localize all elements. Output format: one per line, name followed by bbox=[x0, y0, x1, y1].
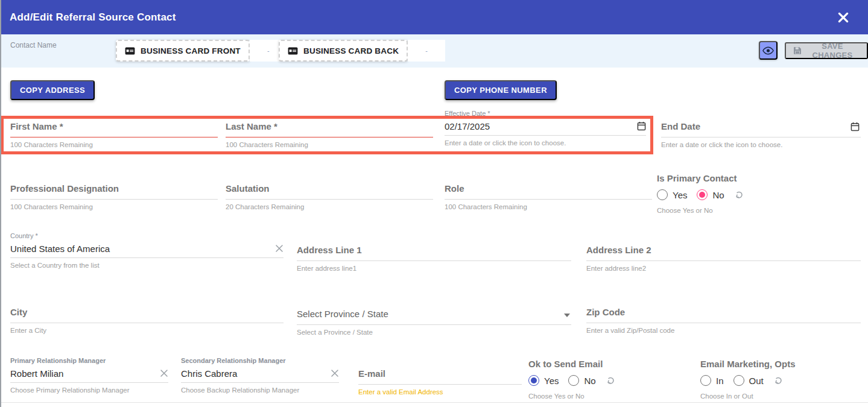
city-input[interactable] bbox=[10, 318, 284, 323]
is-primary-contact-options: Yes No bbox=[657, 188, 744, 201]
business-card-back-group: BUSINESS CARD BACK - bbox=[279, 40, 445, 62]
professional-designation-label: Professional Designation bbox=[10, 183, 218, 194]
clear-icon[interactable] bbox=[331, 369, 339, 377]
clear-icon[interactable] bbox=[160, 369, 168, 377]
save-icon bbox=[793, 46, 802, 55]
professional-designation-input[interactable] bbox=[10, 194, 218, 200]
role-helper: 100 Characters Remaining bbox=[445, 203, 652, 211]
secondary-rm-label: Secondary Relationship Manager bbox=[181, 357, 339, 365]
email-input[interactable] bbox=[358, 379, 522, 385]
primary-rm-value: Robert Milian bbox=[10, 368, 63, 379]
ok-to-send-email-yes-label: Yes bbox=[544, 376, 559, 386]
dialog-header: Add/Edit Referral Source Contact bbox=[0, 0, 868, 34]
last-name-input[interactable] bbox=[226, 132, 433, 137]
email-marketing-out-radio[interactable] bbox=[733, 375, 744, 386]
first-name-helper: 100 Characters Remaining bbox=[10, 140, 218, 149]
zip-code-input[interactable] bbox=[586, 318, 861, 323]
is-primary-contact-group: Is Primary Contact Yes No Choose Yes or … bbox=[657, 173, 744, 214]
undo-icon[interactable] bbox=[773, 376, 783, 385]
zip-code-label: Zip Code bbox=[586, 307, 861, 318]
email-field: E-mail Enter a valid Email Address bbox=[358, 368, 522, 396]
email-marketing-in-label: In bbox=[716, 376, 724, 386]
is-primary-contact-yes-label: Yes bbox=[673, 190, 687, 200]
last-name-field: Last Name * 100 Characters Remaining bbox=[226, 121, 433, 149]
undo-icon[interactable] bbox=[734, 190, 744, 200]
address-line1-label: Address Line 1 bbox=[297, 245, 571, 256]
save-changes-label: SAVE CHANGES bbox=[805, 42, 860, 60]
business-card-back-label: BUSINESS CARD BACK bbox=[303, 46, 399, 55]
undo-icon[interactable] bbox=[606, 376, 615, 385]
first-name-input[interactable] bbox=[10, 132, 218, 137]
city-helper: Enter a City bbox=[10, 326, 284, 335]
professional-designation-helper: 100 Characters Remaining bbox=[10, 203, 218, 211]
is-primary-contact-no-radio[interactable] bbox=[697, 189, 708, 200]
is-primary-contact-label: Is Primary Contact bbox=[657, 173, 744, 184]
primary-rm-helper: Choose Primary Relationship Manager bbox=[10, 386, 168, 394]
caret-down-icon[interactable] bbox=[564, 314, 570, 317]
email-helper: Enter a valid Email Address bbox=[358, 388, 522, 396]
primary-rm-input[interactable]: Robert Milian bbox=[10, 366, 168, 383]
ok-to-send-email-helper: Choose Yes or No bbox=[528, 393, 615, 400]
effective-date-input[interactable]: 02/17/2025 bbox=[445, 119, 646, 136]
business-card-back-button[interactable]: BUSINESS CARD BACK bbox=[279, 40, 408, 62]
country-helper: Select a Country from the list bbox=[10, 261, 284, 270]
email-marketing-in-radio[interactable] bbox=[700, 375, 711, 386]
province-state-helper: Select a Province / State bbox=[297, 328, 571, 336]
copy-address-button[interactable]: COPY ADDRESS bbox=[10, 80, 95, 100]
email-marketing-options: In Out bbox=[700, 374, 796, 387]
calendar-icon[interactable] bbox=[637, 121, 646, 131]
primary-rm-label: Primary Relationship Manager bbox=[10, 357, 168, 365]
role-input[interactable] bbox=[445, 194, 652, 200]
contact-card-icon bbox=[288, 47, 298, 55]
ok-to-send-email-no-radio[interactable] bbox=[568, 375, 579, 386]
salutation-input[interactable] bbox=[226, 194, 433, 200]
first-name-label: First Name * bbox=[10, 121, 218, 132]
address-line2-label: Address Line 2 bbox=[586, 245, 861, 256]
eye-icon bbox=[762, 46, 774, 55]
address-line2-input[interactable] bbox=[586, 256, 861, 261]
email-marketing-helper: Choose In or Out bbox=[700, 393, 796, 400]
close-icon bbox=[837, 11, 850, 24]
bottom-divider bbox=[0, 402, 868, 403]
calendar-icon[interactable] bbox=[851, 122, 860, 131]
country-field: Country * United States of America Selec… bbox=[10, 232, 284, 270]
dialog-title: Add/Edit Referral Source Contact bbox=[10, 11, 176, 24]
salutation-label: Salutation bbox=[226, 183, 433, 194]
country-value: United States of America bbox=[10, 244, 110, 254]
contact-toolbar: Contact Name BUSINESS CARD FRONT - BUSIN… bbox=[0, 34, 868, 68]
close-button[interactable] bbox=[835, 10, 851, 25]
city-label: City bbox=[10, 307, 284, 318]
province-state-label: Select Province / State bbox=[297, 309, 571, 320]
effective-date-helper: Enter a date or click the icon to choose… bbox=[445, 139, 646, 147]
address-line1-input[interactable] bbox=[297, 256, 571, 261]
country-input[interactable]: United States of America bbox=[10, 241, 284, 258]
secondary-rm-input[interactable]: Chris Cabrera bbox=[181, 366, 339, 383]
address-line2-helper: Enter address line2 bbox=[586, 264, 861, 273]
clear-icon[interactable] bbox=[275, 244, 284, 253]
email-label: E-mail bbox=[358, 368, 522, 379]
zip-code-field: Zip Code Enter a valid Zip/Postal code bbox=[586, 307, 861, 335]
salutation-helper: 20 Characters Remaining bbox=[226, 203, 433, 211]
effective-date-field: Effective Date * 02/17/2025 Enter a date… bbox=[445, 110, 646, 147]
last-name-helper: 100 Characters Remaining bbox=[226, 140, 433, 149]
copy-phone-number-button[interactable]: COPY PHONE NUMBER bbox=[445, 80, 557, 100]
add-edit-referral-source-contact-dialog: Add/Edit Referral Source Contact Contact… bbox=[0, 0, 868, 407]
country-label: Country * bbox=[10, 232, 284, 240]
is-primary-contact-yes-radio[interactable] bbox=[657, 189, 668, 200]
end-date-label: End Date bbox=[661, 121, 861, 132]
end-date-input[interactable] bbox=[661, 132, 861, 137]
email-marketing-group: Email Marketing, Opts In Out Choose In o… bbox=[700, 359, 796, 400]
effective-date-label: Effective Date * bbox=[445, 110, 646, 118]
address-line2-field: Address Line 2 Enter address line2 bbox=[586, 245, 861, 273]
province-state-select[interactable] bbox=[297, 320, 571, 325]
preview-button[interactable] bbox=[759, 41, 778, 60]
end-date-helper: Enter a date or click the icon to choose… bbox=[661, 140, 861, 149]
ok-to-send-email-options: Yes No bbox=[528, 374, 615, 387]
business-card-front-group: BUSINESS CARD FRONT - bbox=[116, 40, 287, 62]
business-card-front-button[interactable]: BUSINESS CARD FRONT bbox=[116, 40, 250, 62]
last-name-label: Last Name * bbox=[226, 121, 433, 132]
business-card-back-slot: - bbox=[408, 40, 445, 62]
is-primary-contact-helper: Choose Yes or No bbox=[657, 207, 744, 214]
ok-to-send-email-yes-radio[interactable] bbox=[528, 375, 539, 386]
save-changes-button[interactable]: SAVE CHANGES bbox=[785, 42, 868, 59]
